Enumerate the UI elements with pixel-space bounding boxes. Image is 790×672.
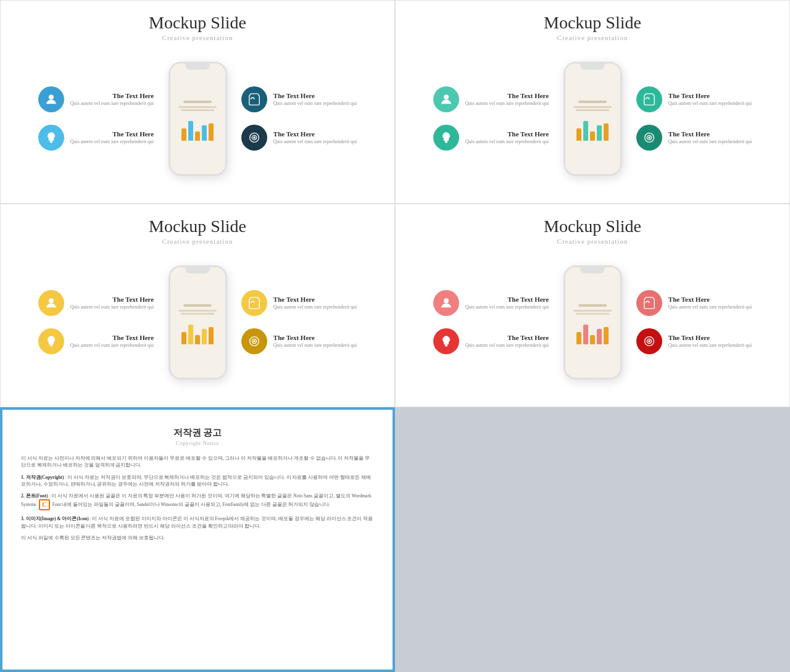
- icon-text-2: The Text Here Quis autem vel eum iure re…: [465, 334, 549, 349]
- icon-text-2: The Text Here Quis autem vel eum iure re…: [465, 130, 549, 145]
- item-body: Quis autem vel eum iure reprehenderit qu…: [465, 101, 549, 107]
- slide-2-subtitle: Creative presentation: [410, 34, 775, 41]
- phone-mockup-1: [167, 62, 228, 176]
- bar: [188, 325, 193, 344]
- svg-point-15: [648, 341, 650, 342]
- bar: [590, 335, 595, 344]
- item-body: Quis autem vel eum iure reprehenderit qu…: [668, 342, 752, 349]
- bar: [195, 131, 200, 141]
- svg-point-12: [444, 299, 448, 303]
- bar: [181, 128, 186, 141]
- copyright-para-3: 3. 이미지(Image) & 아이콘(Icon) : 이 서식 자료에 포함된…: [21, 515, 374, 529]
- list-item: The Text Here Quis autem vel eum iure re…: [38, 290, 154, 316]
- item-title: The Text Here: [273, 92, 357, 99]
- slide-2-right-icons: The Text Here Quis autem vel eum iure re…: [636, 86, 775, 151]
- chart-bars: [569, 320, 617, 344]
- list-item: The Text Here Quis autem vel eum iure re…: [38, 328, 154, 354]
- list-item: The Text Here Quis autem vel eum iure re…: [636, 328, 752, 354]
- target-icon: [642, 131, 656, 144]
- item-title: The Text Here: [465, 130, 549, 138]
- cart-icon: [247, 93, 261, 106]
- bar: [209, 123, 214, 141]
- phone-screen-content: [174, 101, 222, 141]
- item-title: The Text Here: [668, 296, 752, 303]
- item-title: The Text Here: [465, 296, 549, 303]
- screen-line: [183, 101, 212, 103]
- bar: [583, 325, 588, 344]
- list-item: The Text Here Quis autem vel eum iure re…: [433, 328, 549, 354]
- bulb-icon: [44, 334, 58, 348]
- target-icon-circle: [636, 125, 662, 151]
- icon-text-4: The Text Here Quis autem vel eum iure re…: [273, 334, 357, 349]
- slide-4-subtitle: Creative presentation: [410, 238, 775, 245]
- list-item: The Text Here Quis autem vel eum iure re…: [241, 125, 357, 151]
- slide-1-subtitle: Creative presentation: [15, 34, 380, 41]
- cart-icon-circle: [636, 290, 662, 316]
- list-item: The Text Here Quis autem vel eum iure re…: [636, 125, 752, 151]
- item-body: Quis autem vel eum iure reprehenderit qu…: [465, 139, 549, 145]
- list-item: The Text Here Quis autem vel eum iure re…: [433, 86, 549, 112]
- phone-mockup-3: [167, 265, 228, 380]
- item-body: Quis autem vel eum iure reprehenderit qu…: [273, 101, 357, 107]
- person-icon: [44, 296, 58, 310]
- screen-line: [576, 109, 609, 111]
- copyright-para-4: 이 서식 파일에 수록된 모든 콘텐츠는 저작권법에 의해 보호됩니다.: [21, 534, 374, 541]
- list-item: The Text Here Quis autem vel eum iure re…: [241, 328, 357, 354]
- phone-outer: [563, 62, 622, 176]
- person-icon-circle: [38, 86, 64, 112]
- slide-3: ◯ Mockup Slide Creative presentation The…: [0, 204, 395, 407]
- bar: [188, 121, 193, 141]
- bar: [209, 327, 214, 344]
- gray-area: [395, 407, 790, 672]
- icon-text-3: The Text Here Quis autem vel eum iure re…: [668, 296, 752, 310]
- icon-text-1: The Text Here Quis autem vel eum iure re…: [70, 296, 154, 310]
- item-title: The Text Here: [273, 296, 357, 303]
- slide-1-right-icons: The Text Here Quis autem vel eum iure re…: [241, 86, 380, 151]
- list-item: The Text Here Quis autem vel eum iure re…: [636, 86, 752, 112]
- bar: [597, 329, 602, 344]
- slide-4: ◯ Mockup Slide Creative presentation The…: [395, 204, 790, 407]
- person-icon-circle: [38, 290, 64, 316]
- item-body: Quis autem vel eum iure reprehenderit qu…: [668, 304, 752, 310]
- cart-icon: [247, 296, 261, 310]
- bar: [202, 125, 207, 141]
- cart-icon: [642, 93, 656, 106]
- item-body: Quis autem vel eum iure reprehenderit qu…: [70, 101, 154, 107]
- icon-text-3: The Text Here Quis autem vel eum iure re…: [273, 92, 357, 107]
- list-item: The Text Here Quis autem vel eum iure re…: [636, 290, 752, 316]
- item-title: The Text Here: [668, 130, 752, 138]
- phone-screen-content: [569, 101, 617, 141]
- person-icon: [439, 296, 453, 310]
- chart-bars: [174, 116, 222, 141]
- item-body: Quis autem vel eum iure reprehenderit qu…: [273, 304, 357, 310]
- icon-text-4: The Text Here Quis autem vel eum iure re…: [668, 334, 752, 349]
- phone-notch: [580, 267, 605, 273]
- list-item: The Text Here Quis autem vel eum iure re…: [433, 290, 549, 316]
- bar: [576, 128, 581, 141]
- bulb-icon: [44, 131, 58, 144]
- item-title: The Text Here: [273, 130, 357, 138]
- svg-point-4: [444, 95, 448, 99]
- list-item: The Text Here Quis autem vel eum iure re…: [433, 125, 549, 151]
- item-body: Quis autem vel eum iure reprehenderit qu…: [273, 139, 357, 145]
- svg-point-8: [49, 299, 53, 303]
- person-icon: [439, 93, 453, 106]
- bar: [195, 335, 200, 344]
- item-title: The Text Here: [273, 334, 357, 341]
- cart-icon-circle: [636, 86, 662, 112]
- icon-text-2: The Text Here Quis autem vel eum iure re…: [70, 130, 154, 145]
- bar: [583, 121, 588, 141]
- copyright-slide: 저작권 공고 Copyright Notice 이 서식 자료는 사전이나 자작…: [0, 407, 395, 672]
- copyright-para-2-text-cont: Font 내에 들어있는 파일들의 글꼴이며, Sandol이나 Winsome…: [52, 502, 330, 507]
- list-item: The Text Here Quis autem vel eum iure re…: [241, 86, 357, 112]
- bar: [590, 131, 595, 141]
- copyright-title: 저작권 공고: [21, 427, 374, 439]
- bar: [202, 329, 207, 344]
- copyright-para-1: 1. 저작권(Copyright) : 이 서식 자료는 저작권이 보호되며, …: [21, 474, 374, 488]
- phone-screen: [170, 267, 225, 378]
- slide-3-right-icons: The Text Here Quis autem vel eum iure re…: [241, 290, 380, 354]
- phone-notch: [185, 267, 210, 273]
- copyright-subtitle: Copyright Notice: [21, 440, 374, 446]
- phone-notch: [185, 64, 210, 70]
- icon-text-4: The Text Here Quis autem vel eum iure re…: [668, 130, 752, 145]
